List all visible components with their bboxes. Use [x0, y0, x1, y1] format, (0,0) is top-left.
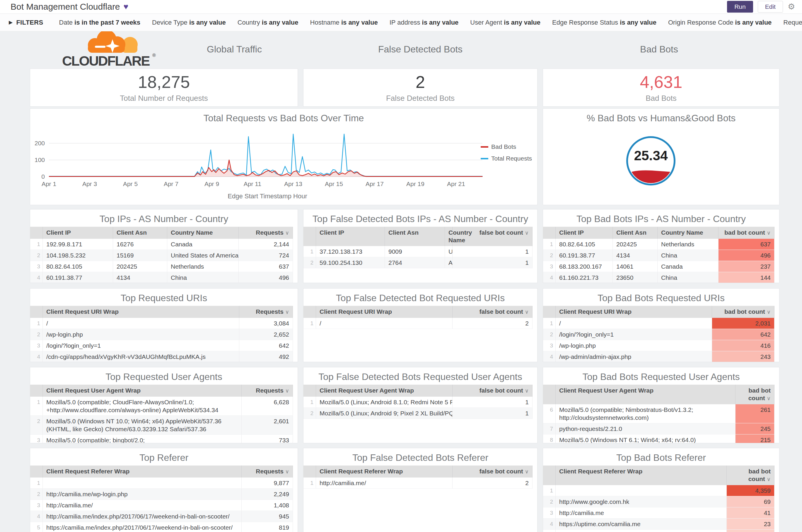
column-header[interactable]: Client Asn: [385, 227, 445, 246]
column-header[interactable]: Client Request URI Wrap: [556, 306, 712, 318]
legend-item[interactable]: Bad Bots: [481, 143, 532, 150]
cell: 492: [239, 351, 293, 362]
sort-chevron-icon[interactable]: ∨: [285, 230, 289, 236]
column-header[interactable]: Client IP: [316, 227, 385, 246]
gear-icon[interactable]: ⚙: [788, 3, 795, 11]
column-header[interactable]: Client Asn: [113, 227, 167, 239]
filter-item[interactable]: Request URI is any value: [783, 19, 802, 26]
column-header[interactable]: Client Request User Agent Wrap: [43, 385, 242, 397]
column-header[interactable]: Client IP: [43, 227, 113, 239]
row-number: 5: [543, 530, 556, 532]
column-header[interactable]: Requests∨: [242, 466, 293, 477]
data-table: Client Request User Agent Wrapbad bot co…: [543, 385, 775, 443]
filter-item[interactable]: User Agent is any value: [470, 19, 540, 26]
table-title: Top False Detected Bots Requested User A…: [303, 367, 537, 385]
sort-chevron-icon[interactable]: ∨: [285, 309, 289, 315]
data-table: Client Request URI WrapRequests∨1/3,0842…: [30, 306, 293, 362]
column-header[interactable]: Client Request User Agent Wrap: [316, 385, 453, 397]
column-header[interactable]: bad bot count∨: [727, 466, 775, 485]
data-table: Client Request User Agent WrapRequests∨1…: [30, 385, 293, 443]
filter-item[interactable]: Country is any value: [237, 19, 299, 26]
cell: 202425: [113, 261, 167, 272]
sort-chevron-icon[interactable]: ∨: [525, 388, 529, 394]
cell: 9009: [385, 246, 445, 257]
sort-chevron-icon[interactable]: ∨: [525, 230, 529, 236]
filter-item[interactable]: IP address is any value: [389, 19, 459, 26]
sort-chevron-icon[interactable]: ∨: [767, 476, 771, 482]
edit-button[interactable]: Edit: [758, 1, 783, 12]
column-header[interactable]: Requests∨: [239, 227, 293, 239]
filter-item[interactable]: Origin Response Code is any value: [668, 19, 771, 26]
kpi-false-detected-bots-value: 2: [416, 72, 425, 92]
sort-chevron-icon[interactable]: ∨: [525, 309, 529, 315]
run-button[interactable]: Run: [727, 1, 753, 12]
chart-title: Total Requests vs Bad Bots Over Time: [30, 109, 537, 126]
cell: Mozilla/5.0 (Windows NT 6.1; Win64; x64;…: [556, 434, 736, 443]
column-header[interactable]: Client IP: [556, 227, 613, 239]
column-header[interactable]: Client Asn: [613, 227, 657, 239]
table-row: 3/login/?login_only=1642: [30, 340, 293, 351]
table-row: 380.82.64.105202425Netherlands637: [30, 261, 293, 272]
cell: 41: [727, 507, 775, 518]
row-number: 2: [543, 329, 556, 340]
sort-chevron-icon[interactable]: ∨: [285, 388, 289, 394]
sort-chevron-icon[interactable]: ∨: [285, 469, 289, 475]
cell: /login/?login_only=1: [43, 340, 239, 351]
filter-item[interactable]: Device Type is any value: [152, 19, 226, 26]
filter-item[interactable]: Edge Response Status is any value: [552, 19, 656, 26]
row-number: 2: [30, 329, 43, 340]
cell: 68.183.200.167: [556, 261, 613, 272]
row-number-header: [30, 306, 43, 318]
column-header[interactable]: Country Name: [445, 227, 453, 246]
column-header[interactable]: Country Name: [657, 227, 719, 239]
column-header[interactable]: bad bot count∨: [719, 227, 775, 239]
row-number: 1: [303, 397, 316, 408]
row-number: 8: [543, 434, 556, 443]
legend-label: Total Requests: [491, 155, 532, 162]
sort-chevron-icon[interactable]: ∨: [767, 230, 771, 236]
line-chart-plot[interactable]: 0100200Apr 1Apr 3Apr 5Apr 7Apr 9Apr 11Ap…: [30, 124, 537, 192]
filters-toggle[interactable]: ▶ FILTERS: [9, 19, 43, 26]
row-number: 4: [30, 351, 43, 362]
sort-chevron-icon[interactable]: ∨: [525, 469, 529, 475]
table-top-referer: Top Referer Client Request Referer WrapR…: [30, 448, 298, 532]
table-row: 461.160.221.7323650China144: [543, 272, 775, 283]
cell: 637: [719, 239, 775, 250]
kpi-total-requests: 18,275 Total Number of Requests: [30, 69, 298, 107]
cell: /: [556, 318, 712, 329]
column-header[interactable]: Requests∨: [242, 385, 293, 397]
row-number-header: [543, 306, 556, 318]
column-header[interactable]: Client Request Referer Wrap: [316, 466, 453, 477]
data-table: Client Request URI Wrapbad bot count∨1/2…: [543, 306, 775, 362]
cell: https://uptime.com/camilia.me: [556, 518, 727, 530]
column-header[interactable]: bad bot count∨: [712, 306, 775, 318]
column-header[interactable]: Client Request User Agent Wrap: [556, 385, 736, 404]
row-number: 4: [30, 272, 43, 283]
sort-chevron-icon[interactable]: ∨: [767, 396, 771, 401]
column-header[interactable]: Country Name: [167, 227, 239, 239]
cell: Mozilla/5.0 (Linux; Android 8.1.0; Redmi…: [316, 397, 453, 408]
table-row: 1http://camilia.me/2: [303, 477, 533, 489]
column-header[interactable]: false bot count∨: [453, 466, 533, 477]
cell: United States of America: [445, 246, 453, 257]
cell: python-requests/2.21.0: [556, 423, 736, 434]
filter-item[interactable]: Hostname is any value: [310, 19, 378, 26]
row-number-header: [543, 227, 556, 239]
column-header[interactable]: Requests∨: [239, 306, 293, 318]
cell: 2,652: [239, 329, 293, 340]
row-number: 7: [543, 423, 556, 434]
sort-chevron-icon[interactable]: ∨: [767, 309, 771, 315]
legend-item[interactable]: Total Requests: [481, 155, 532, 162]
column-header[interactable]: Client Request URI Wrap: [43, 306, 239, 318]
column-header[interactable]: Client Request URI Wrap: [316, 306, 453, 318]
column-header[interactable]: false bot count∨: [453, 306, 533, 318]
row-number-header: [543, 466, 556, 485]
cell: 60.191.38.77: [43, 272, 113, 283]
filter-item[interactable]: Date is in the past 7 weeks: [59, 19, 140, 26]
column-header[interactable]: bad bot count∨: [736, 385, 775, 404]
column-header[interactable]: false bot count∨: [453, 385, 533, 397]
cell: 819: [242, 522, 293, 532]
column-header[interactable]: Client Request Referer Wrap: [556, 466, 727, 485]
section-title-bad-bots: Bad Bots: [571, 44, 747, 55]
column-header[interactable]: Client Request Referer Wrap: [43, 466, 242, 477]
